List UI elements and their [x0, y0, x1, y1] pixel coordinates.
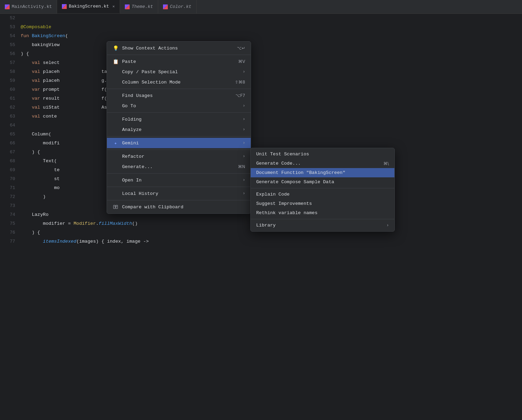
submenu-separator-2 — [251, 219, 394, 219]
kotlin-file-icon — [62, 4, 67, 9]
shortcut-label: ⇧⌘8 — [235, 80, 245, 85]
code-line-62: 62 val uiStat AsState() — [0, 103, 522, 112]
code-line-77: 77 itemsIndexed(images) { index, image -… — [0, 237, 522, 246]
shortcut-label: ⌘\ — [383, 161, 389, 166]
submenu-arrow: › — [387, 223, 389, 228]
submenu-item-label: Generate Code... — [256, 161, 301, 166]
submenu-arrow: › — [243, 154, 245, 159]
code-line-56: 56 ) { — [0, 49, 522, 58]
empty-icon — [112, 126, 119, 133]
tab-label: Theme.kt — [132, 4, 153, 9]
empty-icon — [112, 79, 119, 85]
code-line-57: 57 val select Of( value: 0 ) } — [0, 58, 522, 67]
code-line-64: 64 — [0, 121, 522, 130]
empty-icon — [112, 164, 119, 170]
menu-item-label: Go To — [122, 103, 136, 109]
submenu-item-unit-test-scenarios[interactable]: Unit Test Scenarios — [251, 150, 394, 159]
submenu-separator-1 — [251, 188, 394, 188]
menu-item-label: Generate... — [122, 164, 153, 169]
separator-6 — [107, 173, 251, 174]
submenu-item-rethink-variables[interactable]: Rethink variable names — [251, 208, 394, 218]
tab-close-button[interactable]: ✕ — [112, 4, 115, 9]
menu-item-folding[interactable]: Folding › — [107, 114, 251, 124]
kotlin-file-icon — [125, 4, 130, 9]
tab-theme[interactable]: Theme.kt — [120, 0, 158, 13]
menu-item-label: Find Usages — [122, 93, 153, 98]
menu-item-gemini[interactable]: ✦ Gemini › — [107, 138, 251, 148]
menu-item-label: Refactor — [122, 154, 144, 159]
submenu-arrow: › — [243, 127, 245, 132]
menu-item-compare-clipboard[interactable]: Compare with Clipboard — [107, 202, 251, 212]
menu-item-generate[interactable]: Generate... ⌘N — [107, 162, 251, 172]
code-line-65: 65 Column( — [0, 130, 522, 139]
shortcut-label: ⌘V — [238, 59, 245, 64]
separator-3 — [107, 112, 251, 113]
submenu-item-label: Explain Code — [256, 192, 290, 197]
submenu-item-label: Document Function "BakingScreen" — [256, 170, 345, 175]
tab-bakingscreen[interactable]: BakingScreen.kt ✕ — [57, 0, 120, 13]
shortcut-label: ⌥F7 — [236, 93, 245, 98]
context-menu: 💡 Show Context Actions ⌥↵ 📋 Paste ⌘V Cop… — [107, 41, 251, 214]
submenu-item-generate-code[interactable]: Generate Code... ⌘\ — [251, 159, 394, 168]
submenu-item-label: Suggest Improvements — [256, 201, 312, 206]
menu-item-go-to[interactable]: Go To › — [107, 101, 251, 111]
menu-item-paste[interactable]: 📋 Paste ⌘V — [107, 56, 251, 67]
separator-8 — [107, 200, 251, 200]
svg-rect-9 — [116, 205, 118, 209]
code-line-61: 61 var result f(placeholderResult) } — [0, 94, 522, 103]
tab-label: Color.kt — [170, 4, 191, 9]
empty-icon — [112, 92, 119, 99]
submenu-item-document-function[interactable]: Document Function "BakingScreen" — [251, 168, 394, 177]
lightbulb-icon: 💡 — [112, 45, 119, 51]
submenu-arrow: › — [243, 178, 245, 183]
code-line-63: 63 val conte — [0, 112, 522, 121]
separator-2 — [107, 89, 251, 89]
submenu-arrow: › — [243, 191, 245, 196]
shortcut-label: ⌘N — [238, 164, 245, 169]
empty-icon — [112, 116, 119, 122]
gemini-submenu: Unit Test Scenarios Generate Code... ⌘\ … — [250, 148, 395, 232]
separator-1 — [107, 55, 251, 55]
tab-label: BakingScreen.kt — [69, 4, 109, 9]
compare-icon — [112, 204, 119, 210]
submenu-item-library[interactable]: Library › — [251, 221, 394, 230]
menu-item-local-history[interactable]: Local History › — [107, 188, 251, 199]
gemini-icon: ✦ — [112, 140, 119, 146]
submenu-arrow: › — [243, 141, 245, 145]
empty-icon — [112, 103, 119, 109]
svg-rect-8 — [113, 205, 115, 209]
menu-item-show-context-actions[interactable]: 💡 Show Context Actions ⌥↵ — [107, 43, 251, 53]
submenu-item-label: Rethink variable names — [256, 210, 317, 215]
submenu-arrow: › — [243, 117, 245, 122]
menu-item-copy-paste-special[interactable]: Copy / Paste Special › — [107, 67, 251, 77]
kotlin-file-icon — [5, 4, 10, 9]
submenu-item-generate-compose-sample[interactable]: Generate Compose Sample Data — [251, 177, 394, 187]
menu-item-refactor[interactable]: Refactor › — [107, 151, 251, 162]
menu-item-analyze[interactable]: Analyze › — [107, 124, 251, 135]
separator-7 — [107, 187, 251, 187]
empty-icon — [112, 69, 119, 75]
empty-icon — [112, 177, 119, 183]
empty-icon — [112, 190, 119, 197]
menu-item-find-usages[interactable]: Find Usages ⌥F7 — [107, 90, 251, 101]
clipboard-icon: 📋 — [112, 58, 119, 65]
submenu-item-suggest-improvements[interactable]: Suggest Improvements — [251, 199, 394, 208]
menu-item-label: Copy / Paste Special — [122, 69, 178, 75]
submenu-item-explain-code[interactable]: Explain Code — [251, 190, 394, 199]
kotlin-file-icon — [163, 4, 168, 9]
code-line-59: 59 val placeh g.results_placeholder) — [0, 76, 522, 85]
tab-color[interactable]: Color.kt — [158, 0, 196, 13]
menu-item-label: Column Selection Mode — [122, 80, 181, 85]
separator-4 — [107, 136, 251, 136]
tab-mainactivity[interactable]: MainActivity.kt — [0, 0, 57, 13]
menu-item-label: Compare with Clipboard — [122, 205, 183, 210]
menu-item-column-selection[interactable]: Column Selection Mode ⇧⌘8 — [107, 77, 251, 87]
submenu-item-label: Unit Test Scenarios — [256, 152, 309, 157]
menu-item-open-in[interactable]: Open In › — [107, 175, 251, 185]
tab-label: MainActivity.kt — [12, 4, 52, 9]
menu-item-label: Folding — [122, 117, 142, 122]
menu-item-label: Gemini — [122, 141, 139, 146]
tab-bar: MainActivity.kt BakingScreen.kt ✕ Theme.… — [0, 0, 522, 14]
code-line-54: 54 fun BakingScreen( — [0, 32, 522, 41]
menu-item-label: Local History — [122, 191, 158, 196]
